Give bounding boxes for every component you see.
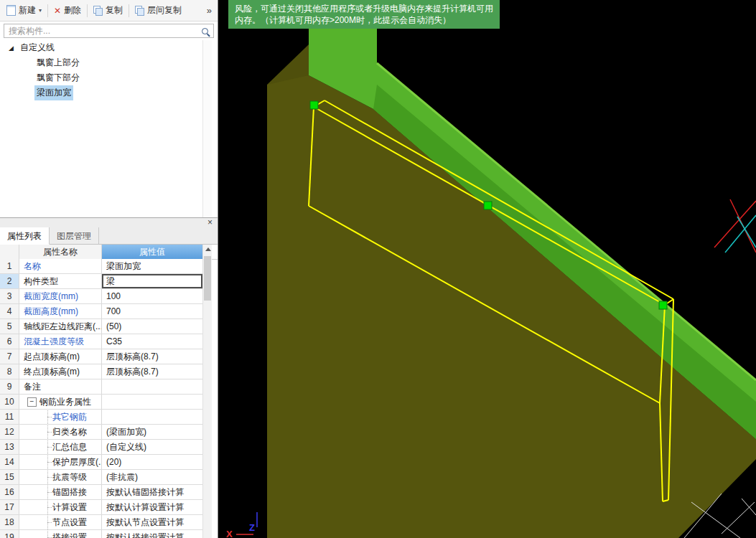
property-row[interactable]: 5轴线距左边线距离(...(50) [0,319,202,334]
tree-item-0[interactable]: 飘窗上部分 [0,55,218,70]
property-row[interactable]: 4截面高度(mm)700 [0,304,202,319]
delete-button[interactable]: ✕ 删除 [50,2,85,19]
toast-line-2: 内存。（计算机可用内存>200M时，此提示会自动消失） [235,14,493,26]
tree-root-item[interactable]: ◢自定义线 [0,40,218,55]
property-row[interactable]: 17计算设置按默认计算设置计算 [0,500,202,515]
row-number: 3 [0,289,19,303]
property-row[interactable]: 6混凝土强度等级C35 [0,334,202,349]
property-row[interactable]: 9备注 [0,379,202,395]
delete-icon: ✕ [54,6,61,15]
property-value[interactable] [102,395,202,409]
property-row[interactable]: 10−钢筋业务属性 [0,395,202,410]
property-value[interactable]: 按默认锚固搭接计算 [102,485,202,499]
scroll-up-icon[interactable] [205,247,211,251]
property-value[interactable]: (非抗震) [102,470,202,484]
property-value[interactable]: 100 [102,289,202,303]
grip-handle[interactable] [484,202,492,209]
property-row[interactable]: 15抗震等级(非抗震) [0,470,202,485]
property-value[interactable]: C35 [102,334,202,349]
property-value[interactable]: (20) [102,455,202,469]
property-value[interactable]: 按默认节点设置计算 [102,515,202,529]
close-icon[interactable]: × [207,218,213,227]
property-value[interactable]: 层顶标高(8.7) [102,349,202,364]
new-icon [6,5,16,16]
property-name: 构件类型 [24,276,58,286]
property-value[interactable]: (梁面加宽) [102,425,202,439]
property-value[interactable]: 按默认搭接设置计算 [102,530,202,538]
property-name-cell: 抗震等级 [19,470,102,484]
row-number: 18 [0,515,19,529]
property-row[interactable]: 7起点顶标高(m)层顶标高(8.7) [0,349,202,364]
axis-z-label: Z [249,522,255,533]
tab-layer-management[interactable]: 图层管理 [50,227,99,244]
property-name: 计算设置 [52,502,87,512]
collapse-icon[interactable]: − [27,397,37,407]
property-name: 保护层厚度(... [52,457,102,467]
property-row[interactable]: 2构件类型梁 [0,274,202,289]
property-table-scrollbar[interactable] [202,245,212,538]
property-value[interactable]: 梁面加宽 [102,259,202,273]
tree-scrollbar[interactable] [202,40,212,217]
grip-handle[interactable] [310,101,318,109]
toolbar-overflow-button[interactable]: » [204,5,215,16]
property-row[interactable]: 8终点顶标高(m)层顶标高(8.7) [0,364,202,379]
property-name: 终点顶标高(m) [24,367,80,377]
property-value[interactable]: 梁 [102,274,202,288]
grip-handle[interactable] [659,301,667,309]
search-input[interactable] [4,24,214,38]
property-row[interactable]: 3截面宽度(mm)100 [0,289,202,304]
property-value[interactable] [102,410,202,424]
new-button[interactable]: 新建 ▾ [3,2,45,19]
property-value[interactable]: (50) [102,319,202,334]
expander-icon[interactable]: ◢ [9,41,20,56]
property-row[interactable]: 14保护层厚度(...(20) [0,455,202,470]
property-row[interactable]: 11其它钢筋 [0,410,202,425]
toolbar-separator [87,4,88,17]
property-value[interactable]: 700 [102,304,202,318]
model-viewport[interactable]: X Z 风险，可通过关闭其他应用程序或者升级电脑内存来提升计算机可用 内存。（计… [219,0,756,538]
row-number: 12 [0,425,19,439]
property-name-cell: 计算设置 [19,500,102,514]
property-value[interactable] [102,379,202,394]
property-name-cell: 轴线距左边线距离(... [19,319,102,334]
property-value[interactable]: 层顶标高(8.7) [102,364,202,379]
tab-property-list[interactable]: 属性列表 [0,227,50,245]
dock-tabs: 属性列表 图层管理 [0,227,218,245]
header-value: 属性值 [102,245,202,259]
property-name: 截面宽度(mm) [24,291,78,301]
property-name-cell: 截面宽度(mm) [19,289,102,303]
property-row[interactable]: 18节点设置按默认节点设置计算 [0,515,202,530]
tree-item-label: 飘窗下部分 [34,70,82,85]
row-number: 9 [0,379,19,394]
axis-x-label: X [226,529,233,538]
floor-copy-button[interactable]: 层间复制 [131,2,185,19]
copy-button[interactable]: 复制 [90,2,126,19]
row-number: 16 [0,485,19,499]
header-corner-cell [0,245,19,259]
property-row[interactable]: 16锚固搭接按默认锚固搭接计算 [0,485,202,500]
property-table-body: 1名称梁面加宽2构件类型梁3截面宽度(mm)1004截面高度(mm)7005轴线… [0,259,202,538]
property-row[interactable]: 12归类名称(梁面加宽) [0,425,202,440]
search-row [0,22,218,40]
delete-button-label: 删除 [64,4,81,16]
row-number: 13 [0,440,19,454]
toolbar-separator [47,4,48,17]
row-number: 17 [0,500,19,514]
copy-icon [93,6,103,15]
property-value[interactable]: (自定义线) [102,440,202,454]
property-value[interactable]: 按默认计算设置计算 [102,500,202,514]
property-row[interactable]: 13汇总信息(自定义线) [0,440,202,455]
scrollbar-thumb[interactable] [204,256,211,301]
property-name: 其它钢筋 [52,412,87,422]
property-name: 备注 [24,382,41,392]
tree-item-2[interactable]: 梁面加宽 [0,85,218,100]
property-name-cell: 截面高度(mm) [19,304,102,318]
search-icon[interactable] [202,28,208,34]
property-name-cell: 保护层厚度(... [19,455,102,469]
property-row[interactable]: 19搭接设置按默认搭接设置计算 [0,530,202,538]
copy-button-label: 复制 [106,4,123,16]
floor-copy-button-label: 层间复制 [147,4,182,16]
tree-item-1[interactable]: 飘窗下部分 [0,70,218,85]
property-name: 混凝土强度等级 [24,336,84,346]
property-row[interactable]: 1名称梁面加宽 [0,259,202,274]
